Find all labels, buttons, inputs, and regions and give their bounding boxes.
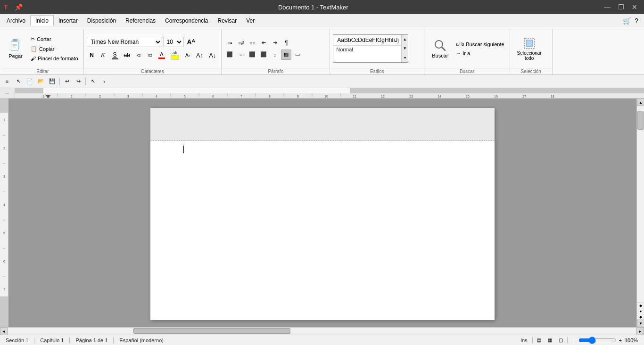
font-name-select[interactable]: Times New Roman Arial Calibri	[87, 37, 162, 47]
menu-disposicion[interactable]: Disposición	[83, 16, 121, 26]
qa-new-btn[interactable]: 📄	[25, 76, 35, 87]
svg-text:9: 9	[297, 95, 299, 98]
paste-button[interactable]: Pegar	[4, 32, 27, 65]
qa-open-btn[interactable]: 📂	[36, 76, 46, 87]
menu-correspondencia[interactable]: Correspondencia	[160, 16, 213, 26]
svg-text:8: 8	[269, 95, 271, 98]
select-browse-btn[interactable]: ●	[637, 308, 644, 314]
clipboard-group-label: Editar	[2, 68, 83, 74]
scroll-track[interactable]	[637, 106, 644, 303]
svg-text:4: 4	[156, 95, 157, 98]
main-area: 1 2 3 4 5 6 7	[0, 99, 644, 327]
qa-select-btn[interactable]: ↖	[88, 76, 98, 87]
decrease-indent-btn[interactable]: ⇤	[258, 38, 269, 48]
format-painter-button[interactable]: 🖌 Pincel de formato	[28, 54, 81, 63]
scroll-left-btn[interactable]: ◄	[0, 328, 8, 335]
view-outline-btn[interactable]: ▦	[545, 336, 554, 344]
zoom-minus-btn[interactable]: —	[570, 337, 577, 343]
svg-line-7	[442, 47, 445, 50]
search-button[interactable]: Buscar	[427, 32, 453, 65]
qa-save-btn[interactable]: 💾	[47, 76, 58, 87]
prev-page-btn[interactable]: ◆	[637, 303, 644, 308]
shading-btn[interactable]: ▧	[281, 49, 291, 60]
help-icon[interactable]: ?	[635, 17, 638, 25]
font-resize-btn[interactable]: Aᴬ	[185, 37, 197, 47]
menu-insertar[interactable]: Insertar	[54, 16, 83, 26]
scroll-thumb[interactable]	[637, 111, 644, 130]
search-icon	[433, 39, 446, 53]
toolbar-cart-icon[interactable]: 🛒	[623, 17, 631, 25]
strikethrough-button[interactable]: ab	[122, 50, 132, 60]
next-page-btn[interactable]: ◆	[637, 314, 644, 320]
find-next-button[interactable]: a+b Buscar siguiente	[454, 40, 506, 49]
clear-format-button[interactable]: Ax	[182, 50, 193, 60]
ribbon-group-selection: Seleccionar todo Selección	[510, 29, 553, 74]
numbered-list-btn[interactable]: ≡#	[236, 38, 246, 48]
menu-archivo[interactable]: Archivo	[2, 16, 30, 26]
bold-button[interactable]: N	[87, 50, 97, 60]
status-sep-1	[34, 337, 34, 344]
style-scroll-up[interactable]: ▲	[402, 35, 408, 44]
font-size-select[interactable]: 8 9 10 11 12 14 16	[164, 37, 183, 47]
font-grow-button[interactable]: A↑	[194, 50, 206, 60]
h-scroll-track[interactable]	[8, 328, 636, 335]
text-cursor	[183, 146, 184, 153]
select-all-icon	[522, 36, 537, 50]
increase-indent-btn[interactable]: ⇥	[270, 38, 280, 48]
qa-more-btn[interactable]: ›	[99, 76, 109, 87]
zoom-plus-btn[interactable]: +	[618, 337, 623, 343]
status-right: Ins ▤ ▦ ▢ — + 100%	[518, 336, 641, 344]
qa-redo-btn[interactable]: ↪	[73, 76, 83, 87]
svg-text:1: 1	[71, 95, 73, 98]
menu-revisar[interactable]: Revisar	[213, 16, 242, 26]
menu-ver[interactable]: Ver	[241, 16, 259, 26]
status-insert-mode: Ins	[518, 337, 530, 343]
copy-button[interactable]: 📋 Copiar	[28, 44, 81, 53]
superscript-button[interactable]: x2	[145, 50, 155, 60]
qa-menu-btn[interactable]: ≡	[2, 76, 12, 87]
bullet-list-btn[interactable]: ≡▪	[224, 38, 235, 48]
subscript-button[interactable]: x2	[133, 50, 144, 60]
minimize-btn[interactable]: —	[601, 2, 613, 12]
italic-button[interactable]: K	[98, 50, 108, 60]
align-center-btn[interactable]: ≡	[236, 49, 246, 60]
show-marks-btn[interactable]: ¶	[281, 38, 291, 48]
styles-gallery[interactable]: AaBbCcDdEeFfGgHhIiJj Normal ▲ ▼ ▾	[333, 34, 408, 63]
multilevel-list-btn[interactable]: ≡≡	[247, 38, 257, 48]
goto-button[interactable]: → Ir a	[454, 49, 506, 58]
status-section: Sección 1	[3, 337, 31, 343]
view-normal-btn[interactable]: ▤	[535, 336, 544, 344]
qa-pointer-btn[interactable]: ↖	[13, 76, 24, 87]
select-all-button[interactable]: Seleccionar todo	[513, 32, 546, 65]
scroll-down-btn[interactable]: ▼	[637, 320, 644, 327]
line-spacing-btn[interactable]: ↕	[270, 49, 280, 60]
qa-undo-btn[interactable]: ↩	[62, 76, 72, 87]
highlight-button[interactable]: ab	[168, 50, 182, 60]
align-left-btn[interactable]: ⬛	[224, 49, 235, 60]
h-scroll-thumb[interactable]	[133, 328, 291, 334]
font-shrink-button[interactable]: A↓	[206, 50, 218, 60]
font-color-button[interactable]: A	[156, 50, 167, 60]
document-body[interactable]	[150, 141, 495, 320]
pin-icon[interactable]: 📌	[12, 2, 25, 12]
menu-inicio[interactable]: Inicio	[30, 15, 54, 26]
border-btn[interactable]: ▭	[292, 49, 303, 60]
cut-button[interactable]: ✂ Cortar	[28, 34, 81, 43]
justify-btn[interactable]: ⬛	[258, 49, 269, 60]
scroll-right-btn[interactable]: ►	[636, 328, 644, 335]
scroll-up-btn[interactable]: ▲	[637, 99, 644, 106]
align-right-btn[interactable]: ⬛	[247, 49, 257, 60]
app-icon: T	[4, 3, 8, 11]
svg-text:3: 3	[127, 95, 129, 98]
underline-button[interactable]: S	[109, 50, 121, 60]
paragraph-group-label: Párrafo	[222, 68, 330, 74]
ribbon-group-search: Buscar a+b Buscar siguiente → Ir a Busca…	[424, 29, 510, 74]
document-area[interactable]	[8, 99, 636, 327]
view-page-btn[interactable]: ▢	[556, 336, 565, 344]
style-scroll-down[interactable]: ▼	[402, 44, 408, 53]
close-btn[interactable]: ✕	[629, 2, 640, 12]
zoom-slider[interactable]	[578, 337, 616, 344]
restore-btn[interactable]: ❐	[615, 2, 627, 12]
style-more[interactable]: ▾	[402, 53, 408, 62]
menu-referencias[interactable]: Referencias	[121, 16, 160, 26]
